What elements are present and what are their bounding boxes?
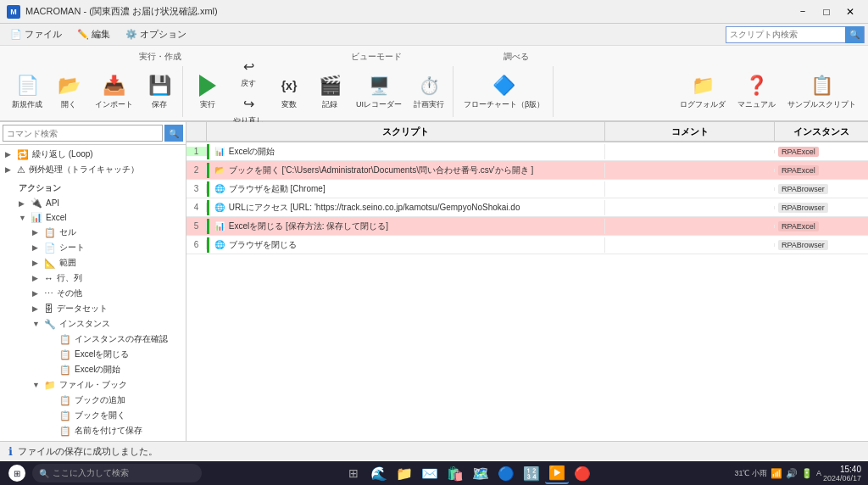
taskbar-chrome[interactable]: 🔵	[494, 462, 518, 484]
import-button[interactable]: 📥 インポート	[90, 70, 138, 114]
run-button[interactable]: 実行	[188, 70, 227, 114]
menu-search-input[interactable]	[726, 27, 845, 42]
taskbar-mail[interactable]: ✉️	[418, 462, 442, 484]
options-menu-icon: ⚙️	[125, 29, 137, 41]
tree-arrow: ▼	[32, 381, 41, 389]
tree-item-3[interactable]: ▶🔌API	[0, 196, 186, 210]
tree-node-icon: ⋯	[44, 288, 53, 299]
tree-item-14[interactable]: 📋Excelの開始	[0, 362, 186, 377]
tree-item-11[interactable]: ▼🔧インスタンス	[0, 316, 186, 332]
taskbar-multiwindow[interactable]: ⊞	[342, 462, 365, 484]
tree-node-icon: 🔌	[31, 198, 42, 209]
row-script-text: URLにアクセス [URL: 'https://track.seino.co.j…	[229, 203, 520, 212]
table-row[interactable]: 2 📂 ブックを開く ['C:\Users\Administrator\Docu…	[186, 161, 868, 180]
tree-item-label: シート	[59, 242, 85, 254]
tree-item-label: 行、列	[57, 272, 82, 284]
tree-item-10[interactable]: ▶🗄データセット	[0, 301, 186, 316]
close-button[interactable]: ✕	[839, 3, 861, 20]
menu-edit[interactable]: ✏️ 編集	[70, 26, 117, 42]
var-button[interactable]: {x} 変数	[270, 70, 309, 114]
taskbar-media[interactable]: ▶️	[545, 462, 569, 484]
taskbar-calc[interactable]: 🔢	[520, 462, 543, 484]
table-row[interactable]: 6 🌐 ブラウザを閉じる RPABrowser	[186, 236, 868, 254]
command-search-input[interactable]	[3, 125, 163, 142]
taskbar-search-box[interactable]: 🔍 ここに入力して検索	[32, 464, 202, 482]
open-button[interactable]: 📂 開く	[49, 70, 88, 114]
tree-item-17[interactable]: 📋ブックを開く	[0, 408, 186, 423]
tree-item-5[interactable]: ▶📋セル	[0, 225, 186, 240]
tree-item-label: その他	[57, 287, 82, 299]
tree-item-16[interactable]: 📋ブックの追加	[0, 393, 186, 408]
tree-item-label: データセット	[57, 303, 108, 315]
tree-item-15[interactable]: ▼📁ファイル・ブック	[0, 377, 186, 393]
save-button[interactable]: 💾 保存	[140, 70, 179, 114]
tree-item-label: 範囲	[59, 257, 76, 269]
battery-icon: 🔋	[801, 468, 813, 479]
minimize-button[interactable]: －	[792, 3, 814, 20]
command-search-button[interactable]: 🔍	[164, 125, 183, 142]
status-icon: ℹ	[8, 445, 13, 458]
script-rows-container[interactable]: 1 📊 Excelの開始 RPAExcel 2 📂 ブックを開く ['C:\Us…	[186, 142, 868, 441]
log-folder-button[interactable]: 📁 ログフォルダ	[675, 70, 731, 114]
row-script-text: Excelの開始	[229, 147, 275, 156]
undo-button[interactable]: ↩ 戻す	[229, 55, 268, 92]
flowchart-button[interactable]: 🔷 フローチャート（β版）	[459, 70, 549, 114]
tree-item-label: インスタンス	[59, 318, 110, 330]
ui-recorder-button[interactable]: 🖥️ UIレコーダー	[351, 70, 407, 114]
taskbar-clock[interactable]: 15:40 2024/06/17	[823, 465, 861, 482]
menu-options[interactable]: ⚙️ オプション	[119, 26, 193, 42]
manual-button[interactable]: ❓ マニュアル	[732, 70, 781, 114]
taskbar: ⊞ 🔍 ここに入力して検索 ⊞ 🌊 📁 ✉️ 🛍️ 🗺️ 🔵 🔢 ▶️ 🔴 31…	[0, 461, 868, 485]
window-controls: － □ ✕	[792, 3, 861, 20]
row-comment	[605, 243, 775, 247]
rec-icon: 🎬	[318, 74, 342, 98]
tree-container: ▶🔁繰り返し (Loop)▶⚠例外処理（トライキャッチ）アクション▶🔌API▼📊…	[0, 145, 186, 441]
col-script-header: スクリプト	[207, 122, 605, 141]
tree-item-0[interactable]: ▶🔁繰り返し (Loop)	[0, 147, 186, 162]
taskbar-search-text: ここに入力して検索	[53, 467, 129, 479]
tree-item-13[interactable]: 📋Excelを閉じる	[0, 347, 186, 362]
maximize-button[interactable]: □	[815, 3, 837, 20]
tree-item-label: Excel	[46, 213, 66, 222]
ribbon-group3-label: 調べる	[487, 47, 546, 63]
table-row[interactable]: 3 🌐 ブラウザを起動 [Chrome] RPABrowser	[186, 180, 868, 198]
tree-node-icon: 📁	[44, 380, 56, 391]
tree-arrow: ▼	[32, 320, 41, 328]
tree-item-9[interactable]: ▶⋯その他	[0, 286, 186, 301]
taskbar-explorer[interactable]: 📁	[392, 462, 416, 484]
row-number: 1	[186, 147, 207, 156]
menu-search-box[interactable]: 🔍	[726, 26, 865, 43]
scheduled-run-button[interactable]: ⏱️ 計画実行	[409, 70, 449, 114]
rec-button[interactable]: 🎬 記録	[310, 70, 349, 114]
edit-menu-icon: ✏️	[77, 29, 89, 41]
tree-item-19[interactable]: 📋ブックを保存	[0, 438, 186, 441]
new-button[interactable]: 📄 新規作成	[7, 70, 47, 114]
tree-node-icon: 📋	[59, 426, 71, 437]
row-comment	[605, 150, 775, 153]
taskbar-store[interactable]: 🛍️	[443, 462, 467, 484]
tree-item-8[interactable]: ▶↔行、列	[0, 270, 186, 286]
tree-item-4[interactable]: ▼📊Excel	[0, 210, 186, 225]
taskbar-maps[interactable]: 🗺️	[469, 462, 492, 484]
table-row[interactable]: 1 📊 Excelの開始 RPAExcel	[186, 142, 868, 161]
table-row[interactable]: 4 🌐 URLにアクセス [URL: 'https://track.seino.…	[186, 198, 868, 217]
taskbar-pokemon[interactable]: 🔴	[570, 462, 594, 484]
tree-item-6[interactable]: ▶📄シート	[0, 240, 186, 255]
menu-file[interactable]: 📄 ファイル	[3, 26, 69, 42]
tree-item-2: アクション	[0, 177, 186, 196]
tree-item-1[interactable]: ▶⚠例外処理（トライキャッチ）	[0, 162, 186, 177]
col-num-header	[186, 122, 207, 141]
table-row[interactable]: 5 📊 Excelを閉じる [保存方法: 保存して閉じる] RPAExcel	[186, 217, 868, 236]
row-script-content: 📊 Excelの開始	[207, 144, 605, 159]
tree-item-12[interactable]: 📋インスタンスの存在確認	[0, 332, 186, 347]
sample-script-button[interactable]: 📋 サンプルスクリプト	[782, 70, 861, 114]
start-button[interactable]: ⊞	[3, 462, 31, 484]
row-script-text: Excelを閉じる [保存方法: 保存して閉じる]	[229, 221, 388, 231]
taskbar-edge[interactable]: 🌊	[367, 462, 391, 484]
row-comment	[605, 225, 775, 228]
tree-arrow: ▶	[32, 274, 41, 282]
tree-item-18[interactable]: 📋名前を付けて保存	[0, 423, 186, 438]
tree-item-label: 例外処理（トライキャッチ）	[29, 164, 139, 176]
tree-item-7[interactable]: ▶📐範囲	[0, 255, 186, 270]
menu-search-button[interactable]: 🔍	[845, 26, 864, 43]
